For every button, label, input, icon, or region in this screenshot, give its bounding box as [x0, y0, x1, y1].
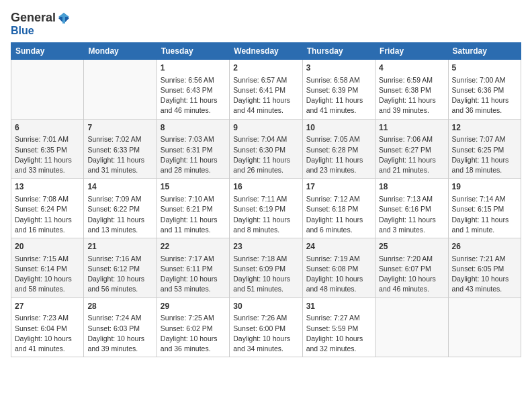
calendar-cell: 7Sunrise: 7:02 AM Sunset: 6:33 PM Daylig… [84, 119, 157, 179]
calendar-cell: 19Sunrise: 7:14 AM Sunset: 6:15 PM Dayli… [448, 179, 521, 238]
calendar-cell: 20Sunrise: 7:15 AM Sunset: 6:14 PM Dayli… [11, 238, 84, 298]
day-number: 29 [161, 301, 226, 312]
day-number: 5 [452, 62, 517, 74]
day-number: 18 [379, 181, 444, 193]
day-info: Sunrise: 7:15 AM Sunset: 6:14 PM Dayligh… [15, 254, 80, 295]
calendar-cell: 2Sunrise: 6:57 AM Sunset: 6:41 PM Daylig… [230, 60, 302, 120]
day-number: 16 [233, 181, 298, 193]
day-info: Sunrise: 7:21 AM Sunset: 6:05 PM Dayligh… [452, 254, 517, 295]
calendar-cell: 1Sunrise: 6:56 AM Sunset: 6:43 PM Daylig… [157, 60, 229, 120]
day-info: Sunrise: 7:26 AM Sunset: 6:00 PM Dayligh… [233, 313, 298, 354]
day-info: Sunrise: 7:02 AM Sunset: 6:33 PM Dayligh… [87, 134, 152, 175]
logo-icon [57, 11, 71, 25]
day-number: 11 [379, 122, 444, 134]
day-info: Sunrise: 7:19 AM Sunset: 6:08 PM Dayligh… [306, 254, 371, 295]
day-number: 14 [87, 181, 152, 193]
weekday-header-friday: Friday [375, 43, 448, 60]
calendar-cell: 4Sunrise: 6:59 AM Sunset: 6:38 PM Daylig… [375, 60, 448, 120]
day-info: Sunrise: 7:17 AM Sunset: 6:11 PM Dayligh… [161, 254, 226, 295]
calendar-cell: 29Sunrise: 7:25 AM Sunset: 6:02 PM Dayli… [157, 298, 229, 357]
logo: General Blue [11, 11, 71, 37]
calendar-cell: 5Sunrise: 7:00 AM Sunset: 6:36 PM Daylig… [448, 60, 521, 120]
weekday-header-thursday: Thursday [302, 43, 375, 60]
calendar-cell: 16Sunrise: 7:11 AM Sunset: 6:19 PM Dayli… [230, 179, 302, 238]
calendar-cell: 8Sunrise: 7:03 AM Sunset: 6:31 PM Daylig… [157, 119, 229, 179]
day-number: 28 [87, 301, 152, 312]
day-info: Sunrise: 7:14 AM Sunset: 6:15 PM Dayligh… [452, 194, 517, 235]
day-number: 31 [306, 301, 371, 312]
logo-general-text: General [11, 11, 56, 25]
day-number: 3 [306, 62, 371, 74]
day-number: 21 [87, 241, 152, 253]
calendar-cell: 21Sunrise: 7:16 AM Sunset: 6:12 PM Dayli… [84, 238, 157, 298]
day-number: 4 [379, 62, 444, 74]
calendar-cell: 9Sunrise: 7:04 AM Sunset: 6:30 PM Daylig… [230, 119, 302, 179]
day-info: Sunrise: 7:09 AM Sunset: 6:22 PM Dayligh… [87, 194, 152, 235]
day-number: 27 [15, 301, 80, 312]
day-number: 25 [379, 241, 444, 253]
day-number: 10 [306, 122, 371, 134]
day-info: Sunrise: 7:18 AM Sunset: 6:09 PM Dayligh… [233, 254, 298, 295]
day-number: 20 [15, 241, 80, 253]
day-info: Sunrise: 7:25 AM Sunset: 6:02 PM Dayligh… [161, 313, 226, 354]
calendar-week-5: 27Sunrise: 7:23 AM Sunset: 6:04 PM Dayli… [11, 298, 521, 357]
calendar-cell: 17Sunrise: 7:12 AM Sunset: 6:18 PM Dayli… [302, 179, 375, 238]
day-number: 13 [15, 181, 80, 193]
day-info: Sunrise: 7:00 AM Sunset: 6:36 PM Dayligh… [452, 75, 517, 116]
calendar-body: 1Sunrise: 6:56 AM Sunset: 6:43 PM Daylig… [11, 60, 521, 357]
day-info: Sunrise: 6:56 AM Sunset: 6:43 PM Dayligh… [161, 75, 226, 116]
page-header: General Blue [11, 11, 521, 37]
logo-blue-text: Blue [11, 25, 34, 36]
calendar-cell: 28Sunrise: 7:24 AM Sunset: 6:03 PM Dayli… [84, 298, 157, 357]
calendar-cell: 10Sunrise: 7:05 AM Sunset: 6:28 PM Dayli… [302, 119, 375, 179]
calendar-cell [84, 60, 157, 120]
calendar-cell: 3Sunrise: 6:58 AM Sunset: 6:39 PM Daylig… [302, 60, 375, 120]
day-info: Sunrise: 7:10 AM Sunset: 6:21 PM Dayligh… [161, 194, 226, 235]
day-number: 2 [233, 62, 298, 74]
calendar-cell: 14Sunrise: 7:09 AM Sunset: 6:22 PM Dayli… [84, 179, 157, 238]
calendar-cell: 6Sunrise: 7:01 AM Sunset: 6:35 PM Daylig… [11, 119, 84, 179]
calendar-table: SundayMondayTuesdayWednesdayThursdayFrid… [11, 42, 521, 357]
calendar-header: SundayMondayTuesdayWednesdayThursdayFrid… [11, 43, 521, 60]
day-info: Sunrise: 7:16 AM Sunset: 6:12 PM Dayligh… [87, 254, 152, 295]
calendar-cell: 15Sunrise: 7:10 AM Sunset: 6:21 PM Dayli… [157, 179, 229, 238]
weekday-header-monday: Monday [84, 43, 157, 60]
day-number: 1 [161, 62, 226, 74]
calendar-cell: 25Sunrise: 7:20 AM Sunset: 6:07 PM Dayli… [375, 238, 448, 298]
calendar-week-3: 13Sunrise: 7:08 AM Sunset: 6:24 PM Dayli… [11, 179, 521, 238]
calendar-cell: 30Sunrise: 7:26 AM Sunset: 6:00 PM Dayli… [230, 298, 302, 357]
day-info: Sunrise: 7:20 AM Sunset: 6:07 PM Dayligh… [379, 254, 444, 295]
day-info: Sunrise: 7:05 AM Sunset: 6:28 PM Dayligh… [306, 134, 371, 175]
day-info: Sunrise: 7:27 AM Sunset: 5:59 PM Dayligh… [306, 313, 371, 354]
calendar-week-1: 1Sunrise: 6:56 AM Sunset: 6:43 PM Daylig… [11, 60, 521, 120]
day-number: 17 [306, 181, 371, 193]
day-number: 7 [87, 122, 152, 134]
day-number: 12 [452, 122, 517, 134]
calendar-week-2: 6Sunrise: 7:01 AM Sunset: 6:35 PM Daylig… [11, 119, 521, 179]
day-info: Sunrise: 6:59 AM Sunset: 6:38 PM Dayligh… [379, 75, 444, 116]
day-number: 30 [233, 301, 298, 312]
day-number: 6 [15, 122, 80, 134]
day-info: Sunrise: 7:12 AM Sunset: 6:18 PM Dayligh… [306, 194, 371, 235]
calendar-cell: 22Sunrise: 7:17 AM Sunset: 6:11 PM Dayli… [157, 238, 229, 298]
day-info: Sunrise: 7:23 AM Sunset: 6:04 PM Dayligh… [15, 313, 80, 354]
calendar-cell: 26Sunrise: 7:21 AM Sunset: 6:05 PM Dayli… [448, 238, 521, 298]
day-info: Sunrise: 7:13 AM Sunset: 6:16 PM Dayligh… [379, 194, 444, 235]
day-number: 8 [161, 122, 226, 134]
calendar-cell: 11Sunrise: 7:06 AM Sunset: 6:27 PM Dayli… [375, 119, 448, 179]
day-number: 15 [161, 181, 226, 193]
day-info: Sunrise: 7:04 AM Sunset: 6:30 PM Dayligh… [233, 134, 298, 175]
day-info: Sunrise: 7:11 AM Sunset: 6:19 PM Dayligh… [233, 194, 298, 235]
calendar-cell: 24Sunrise: 7:19 AM Sunset: 6:08 PM Dayli… [302, 238, 375, 298]
day-info: Sunrise: 7:06 AM Sunset: 6:27 PM Dayligh… [379, 134, 444, 175]
day-number: 22 [161, 241, 226, 253]
weekday-header-row: SundayMondayTuesdayWednesdayThursdayFrid… [11, 43, 521, 60]
calendar-cell: 23Sunrise: 7:18 AM Sunset: 6:09 PM Dayli… [230, 238, 302, 298]
calendar-cell: 18Sunrise: 7:13 AM Sunset: 6:16 PM Dayli… [375, 179, 448, 238]
weekday-header-tuesday: Tuesday [157, 43, 229, 60]
calendar-cell: 13Sunrise: 7:08 AM Sunset: 6:24 PM Dayli… [11, 179, 84, 238]
weekday-header-wednesday: Wednesday [230, 43, 302, 60]
day-number: 23 [233, 241, 298, 253]
day-info: Sunrise: 6:57 AM Sunset: 6:41 PM Dayligh… [233, 75, 298, 116]
day-info: Sunrise: 6:58 AM Sunset: 6:39 PM Dayligh… [306, 75, 371, 116]
